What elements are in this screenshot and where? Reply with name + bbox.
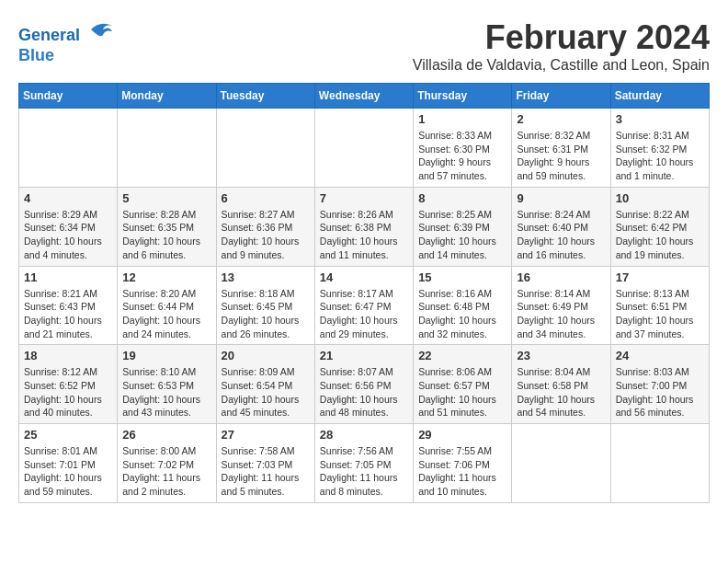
sunset-text: Sunset: 7:02 PM <box>122 459 194 470</box>
day-number: 11 <box>24 270 112 284</box>
daylight-text: Daylight: 10 hours and 40 minutes. <box>24 394 102 419</box>
daylight-text: Daylight: 10 hours and 56 minutes. <box>616 394 694 419</box>
location-subtitle: Villasila de Valdavia, Castille and Leon… <box>413 57 710 74</box>
day-info: Sunrise: 8:03 AMSunset: 7:00 PMDaylight:… <box>616 365 704 419</box>
daylight-text: Daylight: 11 hours and 2 minutes. <box>122 472 200 497</box>
day-number: 22 <box>418 349 506 362</box>
day-number: 6 <box>222 191 310 205</box>
col-header-friday: Friday <box>512 84 610 109</box>
sunset-text: Sunset: 6:47 PM <box>320 301 392 312</box>
daylight-text: Daylight: 10 hours and 16 minutes. <box>517 236 595 260</box>
daylight-text: Daylight: 11 hours and 8 minutes. <box>320 472 398 497</box>
sunrise-text: Sunrise: 8:00 AM <box>122 445 196 456</box>
day-info: Sunrise: 8:29 AMSunset: 6:34 PMDaylight:… <box>24 208 112 262</box>
calendar-cell: 21Sunrise: 8:07 AMSunset: 6:56 PMDayligh… <box>314 345 413 424</box>
day-info: Sunrise: 8:33 AMSunset: 6:30 PMDaylight:… <box>418 129 506 183</box>
sunset-text: Sunset: 6:56 PM <box>320 380 392 391</box>
daylight-text: Daylight: 9 hours and 59 minutes. <box>517 156 589 181</box>
col-header-saturday: Saturday <box>610 84 709 109</box>
sunrise-text: Sunrise: 8:04 AM <box>517 366 590 377</box>
day-info: Sunrise: 8:26 AMSunset: 6:38 PMDaylight:… <box>320 208 408 262</box>
day-info: Sunrise: 8:07 AMSunset: 6:56 PMDaylight:… <box>320 365 408 419</box>
calendar-cell: 27Sunrise: 7:58 AMSunset: 7:03 PMDayligh… <box>216 424 314 503</box>
sunrise-text: Sunrise: 8:16 AM <box>418 288 492 299</box>
sunset-text: Sunset: 6:49 PM <box>517 301 588 312</box>
day-info: Sunrise: 8:20 AMSunset: 6:44 PMDaylight:… <box>122 287 210 341</box>
sunrise-text: Sunrise: 8:14 AM <box>517 288 590 299</box>
daylight-text: Daylight: 10 hours and 4 minutes. <box>24 236 102 260</box>
calendar-cell: 1Sunrise: 8:33 AMSunset: 6:30 PMDaylight… <box>414 109 512 188</box>
sunrise-text: Sunrise: 8:26 AM <box>320 209 393 220</box>
calendar-cell: 2Sunrise: 8:32 AMSunset: 6:31 PMDaylight… <box>512 109 610 188</box>
day-info: Sunrise: 8:10 AMSunset: 6:53 PMDaylight:… <box>122 365 210 419</box>
calendar-cell: 22Sunrise: 8:06 AMSunset: 6:57 PMDayligh… <box>414 345 512 424</box>
sunrise-text: Sunrise: 8:13 AM <box>616 288 689 299</box>
day-number: 4 <box>24 191 112 205</box>
sunset-text: Sunset: 6:30 PM <box>418 144 490 155</box>
day-number: 1 <box>418 112 506 126</box>
sunset-text: Sunset: 6:42 PM <box>616 222 688 233</box>
daylight-text: Daylight: 11 hours and 10 minutes. <box>418 472 496 497</box>
day-number: 25 <box>24 428 112 442</box>
calendar-cell: 14Sunrise: 8:17 AMSunset: 6:47 PMDayligh… <box>314 266 413 345</box>
sunrise-text: Sunrise: 8:32 AM <box>517 130 590 141</box>
sunset-text: Sunset: 6:35 PM <box>122 222 194 233</box>
col-header-tuesday: Tuesday <box>216 84 314 109</box>
day-number: 8 <box>418 191 506 205</box>
day-info: Sunrise: 7:55 AMSunset: 7:06 PMDaylight:… <box>418 444 506 499</box>
sunrise-text: Sunrise: 8:31 AM <box>616 130 689 141</box>
calendar-week-0: 1Sunrise: 8:33 AMSunset: 6:30 PMDaylight… <box>19 109 710 188</box>
sunset-text: Sunset: 6:58 PM <box>517 380 588 391</box>
calendar-cell <box>314 109 413 188</box>
daylight-text: Daylight: 10 hours and 21 minutes. <box>24 315 102 339</box>
sunset-text: Sunset: 6:45 PM <box>222 301 293 312</box>
logo-general: General <box>18 26 80 44</box>
calendar-cell: 24Sunrise: 8:03 AMSunset: 7:00 PMDayligh… <box>610 345 709 424</box>
day-info: Sunrise: 8:32 AMSunset: 6:31 PMDaylight:… <box>517 129 605 183</box>
day-info: Sunrise: 8:09 AMSunset: 6:54 PMDaylight:… <box>222 365 310 419</box>
sunrise-text: Sunrise: 8:24 AM <box>517 209 590 220</box>
sunset-text: Sunset: 6:40 PM <box>517 222 588 233</box>
calendar-cell: 28Sunrise: 7:56 AMSunset: 7:05 PMDayligh… <box>314 424 413 503</box>
day-number: 17 <box>616 270 704 284</box>
calendar-cell: 4Sunrise: 8:29 AMSunset: 6:34 PMDaylight… <box>19 187 118 266</box>
day-number: 14 <box>320 270 408 284</box>
calendar-week-4: 25Sunrise: 8:01 AMSunset: 7:01 PMDayligh… <box>19 424 710 503</box>
sunset-text: Sunset: 6:51 PM <box>616 301 688 312</box>
col-header-thursday: Thursday <box>414 84 512 109</box>
day-info: Sunrise: 8:31 AMSunset: 6:32 PMDaylight:… <box>616 129 704 183</box>
day-number: 20 <box>222 349 310 362</box>
sunrise-text: Sunrise: 8:21 AM <box>24 288 97 299</box>
calendar-cell: 7Sunrise: 8:26 AMSunset: 6:38 PMDaylight… <box>314 187 413 266</box>
calendar-cell: 12Sunrise: 8:20 AMSunset: 6:44 PMDayligh… <box>118 266 216 345</box>
day-info: Sunrise: 7:58 AMSunset: 7:03 PMDaylight:… <box>222 444 310 499</box>
sunset-text: Sunset: 7:06 PM <box>418 459 490 470</box>
sunset-text: Sunset: 7:03 PM <box>222 459 293 470</box>
calendar-cell: 3Sunrise: 8:31 AMSunset: 6:32 PMDaylight… <box>610 109 709 188</box>
daylight-text: Daylight: 10 hours and 43 minutes. <box>122 394 200 419</box>
daylight-text: Daylight: 10 hours and 1 minute. <box>616 156 694 181</box>
day-number: 26 <box>122 428 210 442</box>
calendar-week-1: 4Sunrise: 8:29 AMSunset: 6:34 PMDaylight… <box>19 187 710 266</box>
daylight-text: Daylight: 10 hours and 59 minutes. <box>24 472 102 497</box>
daylight-text: Daylight: 10 hours and 54 minutes. <box>517 394 595 419</box>
sunset-text: Sunset: 6:57 PM <box>418 380 490 391</box>
calendar-cell <box>216 109 314 188</box>
day-info: Sunrise: 8:21 AMSunset: 6:43 PMDaylight:… <box>24 287 112 341</box>
day-info: Sunrise: 8:27 AMSunset: 6:36 PMDaylight:… <box>222 208 310 262</box>
sunset-text: Sunset: 6:36 PM <box>222 222 293 233</box>
day-number: 9 <box>517 191 605 205</box>
day-info: Sunrise: 8:25 AMSunset: 6:39 PMDaylight:… <box>418 208 506 262</box>
day-info: Sunrise: 8:06 AMSunset: 6:57 PMDaylight:… <box>418 365 506 419</box>
day-info: Sunrise: 8:00 AMSunset: 7:02 PMDaylight:… <box>122 444 210 499</box>
daylight-text: Daylight: 10 hours and 6 minutes. <box>122 236 200 260</box>
sunset-text: Sunset: 6:43 PM <box>24 301 96 312</box>
day-number: 7 <box>320 191 408 205</box>
day-number: 19 <box>122 349 210 362</box>
sunset-text: Sunset: 6:44 PM <box>122 301 194 312</box>
day-number: 28 <box>320 428 408 442</box>
day-number: 10 <box>616 191 704 205</box>
day-number: 13 <box>222 270 310 284</box>
sunset-text: Sunset: 7:00 PM <box>616 380 688 391</box>
sunset-text: Sunset: 6:39 PM <box>418 222 490 233</box>
